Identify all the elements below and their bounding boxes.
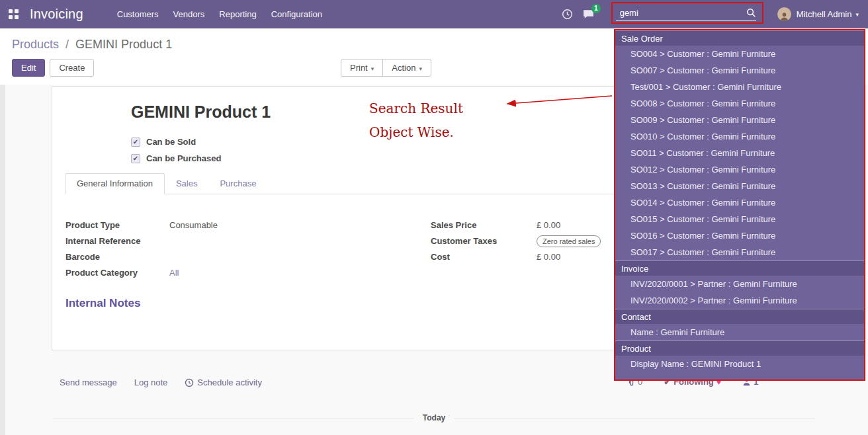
search-result-group-header: Product xyxy=(615,340,864,356)
internal-notes-heading: Internal Notes xyxy=(65,297,140,310)
breadcrumb-products-link[interactable]: Products xyxy=(12,38,59,51)
action-label: Action xyxy=(392,63,415,73)
field-label: Sales Price xyxy=(431,219,537,232)
user-menu[interactable]: Mitchell Admin ▾ xyxy=(777,7,859,21)
search-result-item[interactable]: Display Name : GEMINI Product 1 xyxy=(615,356,864,372)
tax-pill: Zero rated sales xyxy=(537,235,601,247)
global-search-box[interactable] xyxy=(616,8,756,21)
search-result-group-header: Invoice xyxy=(615,260,864,276)
tab-sales[interactable]: Sales xyxy=(165,174,209,194)
search-result-item[interactable]: SO010 > Customer : Gemini Furniture xyxy=(615,128,864,145)
annotation-line1: Search Result xyxy=(369,97,463,120)
search-results-dropdown: Sale OrderSO004 > Customer : Gemini Furn… xyxy=(614,29,865,381)
search-result-item[interactable]: SO008 > Customer : Gemini Furniture xyxy=(615,95,864,112)
chatter-toolbar: Send message Log note Schedule activity xyxy=(60,377,262,387)
chevron-down-icon: ▾ xyxy=(855,11,859,18)
search-result-item[interactable]: SO012 > Customer : Gemini Furniture xyxy=(615,161,864,178)
schedule-activity-button[interactable]: Schedule activity xyxy=(185,377,262,387)
tab-purchase[interactable]: Purchase xyxy=(208,174,267,194)
checkbox-can-be-sold[interactable]: ✔Can be Sold xyxy=(131,134,221,150)
apps-grid-icon[interactable] xyxy=(9,9,19,19)
top-navbar: Invoicing CustomersVendorsReportingConfi… xyxy=(0,0,868,28)
search-result-item[interactable]: SO009 > Customer : Gemini Furniture xyxy=(615,112,864,128)
search-input[interactable] xyxy=(616,8,746,18)
nav-menu-vendors[interactable]: Vendors xyxy=(166,5,212,23)
avatar xyxy=(777,7,791,21)
create-button[interactable]: Create xyxy=(50,59,94,77)
field-label: Product Category xyxy=(65,267,169,280)
field-label: Barcode xyxy=(65,251,169,264)
log-note-button[interactable]: Log note xyxy=(134,377,168,387)
field-label: Product Type xyxy=(65,219,169,232)
send-message-button[interactable]: Send message xyxy=(60,377,117,387)
field-value-product-category[interactable]: All xyxy=(169,267,179,280)
today-label: Today xyxy=(423,413,445,422)
schedule-activity-label: Schedule activity xyxy=(197,377,262,387)
search-result-item[interactable]: SO017 > Customer : Gemini Furniture xyxy=(615,244,864,260)
edit-button[interactable]: Edit xyxy=(12,59,45,77)
field-row-product-category: Product CategoryAll xyxy=(65,267,431,280)
search-result-item[interactable]: SO015 > Customer : Gemini Furniture xyxy=(615,211,864,227)
left-gutter xyxy=(0,85,5,435)
user-name-label: Mitchell Admin xyxy=(797,9,852,19)
search-icon[interactable] xyxy=(746,8,756,18)
main-menu: CustomersVendorsReportingConfiguration xyxy=(110,5,329,23)
field-row-product-type: Product TypeConsumable xyxy=(65,219,431,232)
field-row-barcode: Barcode xyxy=(65,251,431,264)
field-value-sales-price: £ 0.00 xyxy=(537,219,560,232)
print-label: Print xyxy=(350,63,368,73)
navbar-right: 1 Mitchell Admin ▾ xyxy=(562,0,868,28)
field-value-customer-taxes: Zero rated sales xyxy=(537,235,601,248)
search-result-item[interactable]: SO013 > Customer : Gemini Furniture xyxy=(615,178,864,194)
search-result-item[interactable]: SO007 > Customer : Gemini Furniture xyxy=(615,62,864,79)
nav-menu-customers[interactable]: Customers xyxy=(110,5,166,23)
annotation-line2: Object Wise. xyxy=(369,120,463,144)
activities-clock-icon[interactable] xyxy=(562,9,573,20)
search-result-group-header: Sale Order xyxy=(615,30,864,46)
nav-menu-reporting[interactable]: Reporting xyxy=(212,5,263,23)
clock-icon xyxy=(185,378,194,387)
checkbox-box[interactable]: ✔ xyxy=(131,154,140,163)
field-row-internal-reference: Internal Reference xyxy=(65,235,431,248)
field-value-cost: £ 0.00 xyxy=(537,251,560,264)
action-dropdown-button[interactable]: Action▾ xyxy=(382,59,431,77)
app-title[interactable]: Invoicing xyxy=(30,7,83,22)
search-result-item[interactable]: SO004 > Customer : Gemini Furniture xyxy=(615,46,864,62)
field-label: Customer Taxes xyxy=(431,235,537,248)
breadcrumb-separator: / xyxy=(65,38,69,51)
search-result-item[interactable]: Test/001 > Customer : Gemini Furniture xyxy=(615,79,864,95)
search-result-item[interactable]: SO016 > Customer : Gemini Furniture xyxy=(615,227,864,244)
field-label: Internal Reference xyxy=(65,235,169,248)
breadcrumb: Products / GEMINI Product 1 xyxy=(12,38,172,52)
search-result-item[interactable]: SO014 > Customer : Gemini Furniture xyxy=(615,194,864,211)
product-title: GEMINI Product 1 xyxy=(131,102,271,122)
search-result-item[interactable]: Name : Gemini Furniture xyxy=(615,324,864,340)
fields-left-column: Product TypeConsumableInternal Reference… xyxy=(65,219,431,283)
chevron-down-icon: ▾ xyxy=(371,65,374,72)
sold-purchased-checkboxes: ✔Can be Sold✔Can be Purchased xyxy=(131,134,221,167)
search-result-item[interactable]: INV/2020/0002 > Partner : Gemini Furnitu… xyxy=(615,292,864,309)
field-value-product-type: Consumable xyxy=(169,219,218,232)
checkbox-box[interactable]: ✔ xyxy=(131,138,140,147)
today-divider: Today xyxy=(53,413,815,422)
annotation-text: Search Result Object Wise. xyxy=(369,97,463,144)
action-buttons: Print▾ Action▾ xyxy=(341,59,431,77)
print-dropdown-button[interactable]: Print▾ xyxy=(341,59,383,77)
search-result-group-header: Contact xyxy=(615,309,864,324)
message-count-badge: 1 xyxy=(591,4,601,13)
field-label: Cost xyxy=(431,251,537,264)
checkbox-can-be-purchased[interactable]: ✔Can be Purchased xyxy=(131,150,221,167)
search-result-item[interactable]: SO011 > Customer : Gemini Furniture xyxy=(615,145,864,161)
breadcrumb-current: GEMINI Product 1 xyxy=(75,38,172,51)
messages-icon[interactable]: 1 xyxy=(582,9,595,20)
search-result-item[interactable]: INV/2020/0001 > Partner : Gemini Furnitu… xyxy=(615,276,864,292)
tab-general-information[interactable]: General Information xyxy=(65,173,165,194)
chevron-down-icon: ▾ xyxy=(419,65,422,72)
annotation-arrow xyxy=(498,91,616,112)
nav-menu-configuration[interactable]: Configuration xyxy=(264,5,329,23)
checkbox-label: Can be Sold xyxy=(146,137,196,147)
checkbox-label: Can be Purchased xyxy=(146,153,221,163)
form-buttons: Edit Create xyxy=(12,59,94,77)
